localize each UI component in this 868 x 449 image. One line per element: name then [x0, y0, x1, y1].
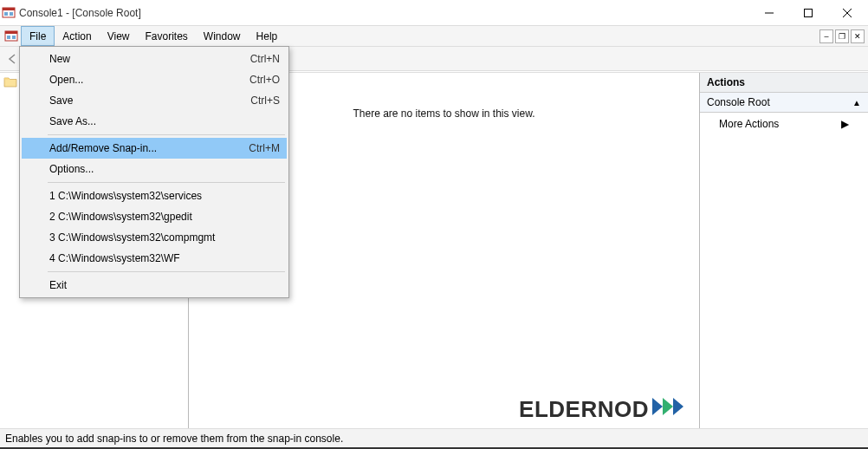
menu-separator — [48, 182, 285, 183]
menu-favorites[interactable]: Favorites — [138, 26, 196, 46]
file-addremove-snapin[interactable]: Add/Remove Snap-in... Ctrl+M — [22, 138, 287, 159]
brand-logo-icon — [651, 394, 690, 425]
file-recent-4[interactable]: 4 C:\Windows\system32\WF — [22, 248, 287, 269]
svg-rect-11 — [12, 36, 16, 39]
svg-rect-5 — [804, 9, 812, 16]
file-open[interactable]: Open... Ctrl+O — [22, 69, 287, 90]
file-open-shortcut: Ctrl+O — [249, 74, 280, 86]
menu-window[interactable]: Window — [196, 26, 249, 46]
file-exit[interactable]: Exit — [22, 275, 287, 296]
menubar: File Action View Favorites Window Help –… — [0, 26, 868, 47]
svg-rect-1 — [3, 8, 15, 10]
child-close-button[interactable]: ✕ — [851, 29, 865, 43]
file-exit-label: Exit — [49, 279, 280, 291]
file-new-label: New — [49, 53, 250, 65]
actions-more[interactable]: More Actions ▶ — [700, 113, 868, 135]
file-saveas[interactable]: Save As... — [22, 111, 287, 132]
file-options[interactable]: Options... — [22, 159, 287, 179]
file-new-shortcut: Ctrl+N — [250, 53, 280, 65]
actions-section[interactable]: Console Root ▲ — [700, 93, 868, 113]
brand-logo: ELDERNOD — [519, 394, 690, 425]
svg-rect-2 — [4, 12, 8, 16]
menu-view-label: View — [107, 30, 130, 42]
svg-rect-9 — [5, 31, 17, 34]
file-recent-1[interactable]: 1 C:\Windows\system32\services — [22, 185, 287, 206]
mmc-icon — [2, 6, 16, 20]
menu-help-label: Help — [256, 30, 278, 42]
actions-section-label: Console Root — [707, 96, 770, 108]
menu-favorites-label: Favorites — [146, 30, 188, 42]
brand-name: ELDERNOD — [519, 396, 649, 423]
chevron-right-icon: ▶ — [841, 118, 849, 130]
file-save-shortcut: Ctrl+S — [250, 94, 280, 107]
window-title: Console1 - [Console Root] — [19, 7, 141, 19]
empty-text: There are no items to show in this view. — [353, 107, 534, 120]
window-controls — [749, 0, 866, 26]
status-text: Enables you to add snap-ins to or remove… — [5, 433, 343, 445]
file-save-label: Save — [49, 94, 250, 107]
file-addremove-shortcut: Ctrl+M — [249, 142, 280, 154]
folder-icon — [3, 75, 17, 90]
mmc-menu-icon — [3, 29, 19, 44]
file-recent-3[interactable]: 3 C:\Windows\system32\compmgmt — [22, 227, 287, 248]
close-button[interactable] — [827, 0, 866, 26]
menu-view[interactable]: View — [100, 26, 138, 46]
menu-help[interactable]: Help — [249, 26, 286, 46]
child-minimize-button[interactable]: – — [819, 29, 833, 43]
child-window-controls: – ❐ ✕ — [819, 29, 868, 43]
titlebar: Console1 - [Console Root] — [0, 0, 868, 26]
file-new[interactable]: New Ctrl+N — [22, 49, 287, 69]
menu-separator — [48, 134, 285, 135]
file-menu-dropdown: New Ctrl+N Open... Ctrl+O Save Ctrl+S Sa… — [19, 46, 289, 298]
file-addremove-label: Add/Remove Snap-in... — [49, 142, 249, 154]
file-recent-2[interactable]: 2 C:\Windows\system32\gpedit — [22, 206, 287, 227]
file-recent-2-label: 2 C:\Windows\system32\gpedit — [49, 211, 280, 223]
menu-file[interactable]: File — [21, 26, 55, 46]
svg-rect-10 — [7, 36, 10, 39]
menu-file-label: File — [29, 30, 46, 42]
maximize-button[interactable] — [788, 0, 827, 26]
collapse-up-icon: ▲ — [852, 98, 861, 107]
file-save[interactable]: Save Ctrl+S — [22, 90, 287, 111]
file-saveas-label: Save As... — [49, 115, 280, 127]
back-button[interactable] — [3, 50, 21, 68]
statusbar: Enables you to add snap-ins to or remove… — [0, 428, 868, 447]
file-recent-3-label: 3 C:\Windows\system32\compmgmt — [49, 231, 280, 244]
file-open-label: Open... — [49, 74, 249, 86]
file-recent-1-label: 1 C:\Windows\system32\services — [49, 190, 280, 202]
file-options-label: Options... — [49, 163, 280, 175]
minimize-button[interactable] — [749, 0, 788, 26]
actions-header: Actions — [700, 73, 868, 93]
more-actions-label: More Actions — [719, 118, 779, 130]
menu-window-label: Window — [204, 30, 241, 42]
menu-separator — [48, 271, 285, 272]
child-restore-button[interactable]: ❐ — [835, 29, 849, 43]
actions-pane: Actions Console Root ▲ More Actions ▶ — [699, 73, 868, 428]
menu-action-label: Action — [62, 30, 91, 42]
menu-action[interactable]: Action — [55, 26, 99, 46]
file-recent-4-label: 4 C:\Windows\system32\WF — [49, 252, 280, 264]
svg-rect-3 — [10, 12, 13, 16]
